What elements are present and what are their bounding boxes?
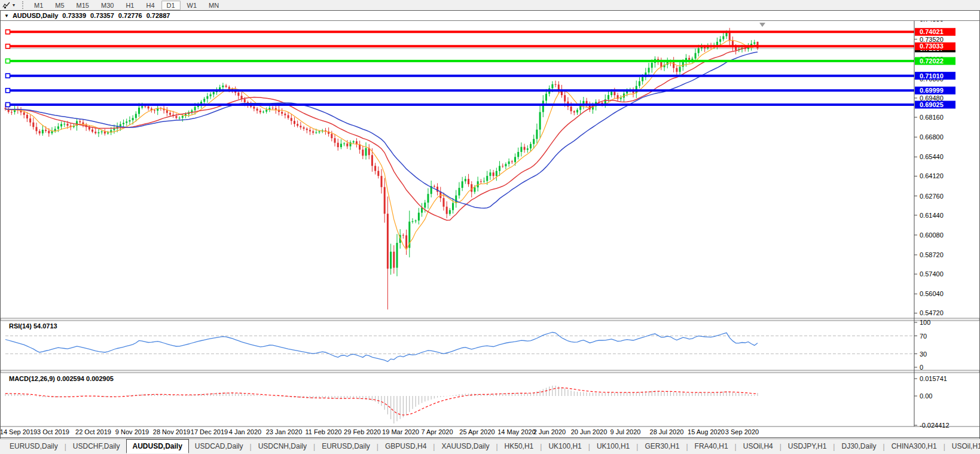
chart-tab-eurusd-daily[interactable]: EURUSD,Daily <box>4 440 64 453</box>
rsi-scale-label: 30 <box>920 351 927 358</box>
chart-tab-uk100-h1[interactable]: UK100,H1 <box>542 440 587 453</box>
chart-title-high: 0.73357 <box>90 12 114 19</box>
price-tick-label: 0.64120 <box>920 172 944 179</box>
timeframe-button-h1[interactable]: H1 <box>120 1 139 10</box>
chart-tab-china300-h1[interactable]: CHINA300,H1 <box>886 440 943 453</box>
price-tick-label: 0.58720 <box>920 251 944 258</box>
level-anchor-0.69025[interactable] <box>6 102 10 106</box>
date-tick-label: 4 Jan 2020 <box>229 428 261 435</box>
price-tick-label: 0.56040 <box>920 290 944 297</box>
level-price-label: 0.71010 <box>920 72 944 80</box>
timeframe-toolbar: ▾ M1M5M15M30H1H4D1W1MN <box>0 0 980 10</box>
timeframe-button-h4[interactable]: H4 <box>141 1 160 10</box>
macd-scale-label: -0.024412 <box>920 422 950 429</box>
level-anchor-0.73033[interactable] <box>6 44 10 48</box>
price-tick-label: 0.65440 <box>920 153 944 160</box>
date-tick-label: 14 Sep 2019 <box>1 428 37 435</box>
timeframe-button-m15[interactable]: M15 <box>71 1 94 10</box>
level-price-label: 0.69999 <box>920 87 944 94</box>
macd-label: MACD(12,26,9) 0.002594 0.002905 <box>9 375 114 382</box>
chart-svg: RSI(14) 54.0713MACD(12,26,9) 0.002594 0.… <box>1 21 979 438</box>
date-tick-label: 25 Apr 2020 <box>459 428 494 435</box>
rsi-scale-label: 70 <box>920 333 927 340</box>
chart-title-close: 0.72887 <box>146 12 170 19</box>
chart-menu-arrow-icon[interactable]: ▼ <box>4 13 9 19</box>
toolbar-grip[interactable] <box>22 1 25 9</box>
rsi-pane-splitter[interactable] <box>1 318 979 321</box>
chart-tab-usdcad-daily[interactable]: USDCAD,Daily <box>189 440 249 453</box>
chart-tabs-bar: EURUSD,Daily|USDCHF,DailyAUDUSD,DailyUSD… <box>0 438 980 454</box>
date-tick-label: 28 Jul 2020 <box>650 428 684 435</box>
chart-tab-gbpusd-h4[interactable]: GBPUSD,H4 <box>379 440 432 453</box>
line-studies-button[interactable]: ▾ <box>0 1 17 10</box>
price-tick-label: 0.61440 <box>920 212 944 219</box>
price-tick-label: 0.74880 <box>920 21 944 23</box>
price-tick-label: 0.68160 <box>920 114 944 121</box>
date-tick-label: 19 Mar 2020 <box>382 428 419 435</box>
date-tick-label: 11 Feb 2020 <box>306 428 342 435</box>
price-tick-label: 0.60080 <box>920 231 944 239</box>
chart-tab-eurusd-daily[interactable]: EURUSD,Daily <box>316 440 376 453</box>
chevron-down-icon: ▾ <box>13 2 15 8</box>
chart-tab-usdcnh-daily[interactable]: USDCNH,Daily <box>252 440 313 453</box>
macd-scale-label: 0.015741 <box>920 375 947 382</box>
chart-canvas: RSI(14) 54.0713MACD(12,26,9) 0.002594 0.… <box>1 21 979 438</box>
timeframe-button-m1[interactable]: M1 <box>29 1 48 10</box>
timeframe-buttons: M1M5M15M30H1H4D1W1MN <box>28 1 225 10</box>
price-tick-label: 0.73520 <box>920 36 944 43</box>
chart-tab-usdchf-daily[interactable]: USDCHF,Daily <box>67 440 126 453</box>
timeframe-button-m5[interactable]: M5 <box>50 1 69 10</box>
chart-window: ▼ AUDUSD,Daily 0.73339 0.73357 0.72776 0… <box>0 10 980 438</box>
price-tick-label: 0.57400 <box>920 270 944 278</box>
chart-tab-audusd-daily[interactable]: AUDUSD,Daily <box>126 439 189 453</box>
date-tick-label: 20 Jun 2020 <box>571 428 607 435</box>
rsi-scale-label: 100 <box>920 319 930 326</box>
date-tick-label: 22 Oct 2019 <box>75 428 111 435</box>
chart-tab-xauusd-daily[interactable]: XAUUSD,Daily <box>435 440 495 453</box>
timeframe-button-mn[interactable]: MN <box>203 1 224 10</box>
chart-tab-fra40-h1[interactable]: FRA40,H1 <box>689 440 734 453</box>
chart-tab-usoil-h4[interactable]: USOil,H4 <box>737 440 779 453</box>
date-tick-label: 17 Dec 2019 <box>191 428 228 435</box>
chart-tab-uk100-h1[interactable]: UK100,H1 <box>591 440 636 453</box>
level-anchor-0.74021[interactable] <box>6 30 10 34</box>
level-price-label: 0.74021 <box>920 28 944 35</box>
date-tick-label: 9 Jul 2020 <box>610 428 641 435</box>
macd-scale-label: 0.00 <box>920 392 932 400</box>
level-anchor-0.71010[interactable] <box>6 74 10 78</box>
price-tick-label: 0.54720 <box>920 309 944 316</box>
chart-title-low: 0.72776 <box>118 12 142 19</box>
rsi-label: RSI(14) 54.0713 <box>9 322 57 330</box>
level-price-label: 0.73033 <box>920 42 944 50</box>
chart-tab-dj30-daily[interactable]: DJ30,Daily <box>835 440 882 453</box>
chart-tab-usdjpy-h1[interactable]: USDJPY,H1 <box>782 440 832 453</box>
timeframe-button-w1[interactable]: W1 <box>182 1 203 10</box>
level-anchor-0.69999[interactable] <box>6 89 10 93</box>
chart-title-symbol: AUDUSD,Daily <box>13 12 58 19</box>
date-tick-label: 29 Feb 2020 <box>344 428 381 435</box>
mt4-application: ▾ M1M5M15M30H1H4D1W1MN ▼ AUDUSD,Daily 0.… <box>0 0 980 454</box>
timeframe-button-m30[interactable]: M30 <box>96 1 119 10</box>
chart-background <box>1 21 979 438</box>
macd-pane-splitter[interactable] <box>1 370 979 373</box>
date-tick-label: 3 Oct 2019 <box>37 428 69 435</box>
date-tick-label: 14 May 2020 <box>497 428 536 435</box>
date-tick-label: 3 Sep 2020 <box>725 428 759 435</box>
chart-title-open: 0.73339 <box>62 12 86 19</box>
price-tick-label: 0.62760 <box>920 193 944 200</box>
rsi-scale-label: 0 <box>920 364 923 371</box>
date-tick-label: 2 Jun 2020 <box>533 428 566 435</box>
date-tick-label: 7 Apr 2020 <box>421 428 453 435</box>
line-studies-icon <box>2 2 11 9</box>
chart-tab-hk50-h1[interactable]: HK50,H1 <box>499 440 540 453</box>
date-tick-label: 9 Nov 2019 <box>115 428 149 435</box>
price-tick-label: 0.66800 <box>920 133 944 141</box>
chart-tab-usoil-h1[interactable]: USOil,H1 <box>946 440 980 453</box>
timeframe-button-d1[interactable]: D1 <box>161 1 181 10</box>
chart-title-row: ▼ AUDUSD,Daily 0.73339 0.73357 0.72776 0… <box>1 11 979 21</box>
date-tick-label: 28 Nov 2019 <box>153 428 190 435</box>
level-anchor-0.72022[interactable] <box>6 59 10 63</box>
chart-tab-ger30-h1[interactable]: GER30,H1 <box>639 440 685 453</box>
date-tick-label: 23 Jan 2020 <box>266 428 303 435</box>
date-tick-label: 15 Aug 2020 <box>688 428 725 435</box>
